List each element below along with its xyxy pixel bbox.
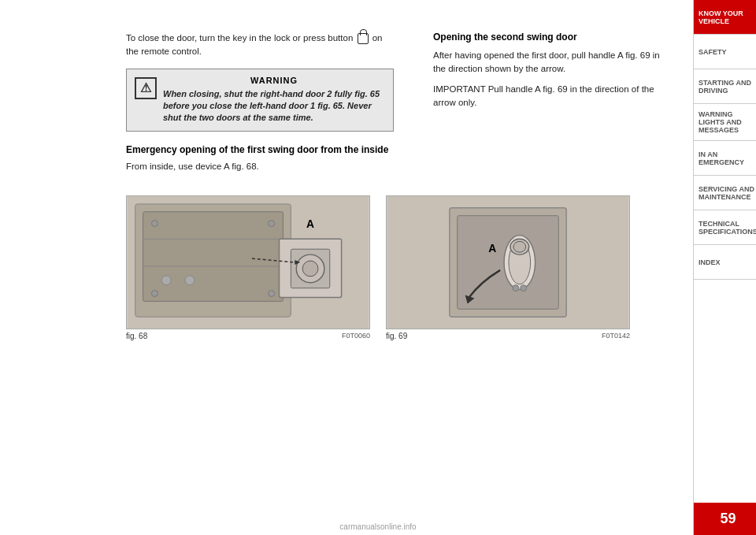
warning-title: WARNING	[163, 76, 385, 85]
svg-point-15	[269, 290, 275, 296]
figure-68-container: A fig. 68 F0T0060	[126, 195, 370, 340]
left-column: To close the door, turn the key in the l…	[126, 32, 394, 180]
svg-rect-2	[143, 212, 284, 302]
figure-69-caption: fig. 69 F0T0142	[386, 332, 630, 340]
svg-point-14	[151, 290, 158, 296]
svg-point-8	[302, 261, 318, 277]
lock-icon	[358, 33, 369, 44]
sidebar-item-index[interactable]: INDEX	[694, 245, 756, 280]
sidebar-item-safety[interactable]: SAFETY	[694, 35, 756, 69]
svg-point-28	[521, 285, 527, 292]
second-door-heading: Opening the second swing door	[433, 32, 669, 43]
watermark: carmanualsonline.info	[339, 522, 416, 531]
second-door-para1: After having opened the first door, pull…	[433, 49, 669, 76]
intro-text: To close the door, turn the key in the l…	[126, 32, 394, 59]
svg-point-17	[185, 276, 195, 285]
sidebar-item-emergency[interactable]: IN AN EMERGENCY	[694, 141, 756, 176]
figure-68-label: fig. 68	[126, 332, 147, 340]
figure-69-container: A fig. 69 F0T0142	[386, 195, 630, 340]
warning-triangle-icon: ⚠	[135, 77, 157, 99]
svg-point-16	[161, 276, 171, 285]
second-door-para2: IMPORTANT Pull handle A fig. 69 in the d…	[433, 83, 669, 110]
sidebar-item-starting-driving[interactable]: STARTING AND DRIVING	[694, 69, 756, 104]
figure-69-image: A	[386, 195, 630, 329]
svg-point-12	[151, 221, 158, 227]
figure-68-caption: fig. 68 F0T0060	[126, 332, 370, 340]
svg-point-24	[513, 241, 526, 252]
page-number: 59	[694, 503, 756, 535]
emergency-heading: Emergency opening of the first swing doo…	[126, 144, 394, 155]
sidebar-item-technical[interactable]: TECHNICAL SPECIFICATIONS	[694, 210, 756, 245]
svg-point-27	[513, 285, 519, 292]
svg-text:A: A	[488, 242, 496, 254]
figure-68-code: F0T0060	[342, 332, 370, 340]
warning-content: WARNING When closing, shut the right-han…	[163, 76, 385, 124]
main-content: To close the door, turn the key in the l…	[0, 0, 693, 535]
right-column: Opening the second swing door After havi…	[433, 32, 669, 180]
figures-row: A fig. 68 F0T0060	[126, 195, 669, 340]
svg-text:A: A	[306, 217, 314, 229]
figure-69-code: F0T0142	[602, 332, 630, 340]
emergency-body: From inside, use device A fig. 68.	[126, 160, 394, 173]
sidebar-item-warning-lights[interactable]: WARNING LIGHTS AND MESSAGES	[694, 104, 756, 141]
svg-point-13	[269, 221, 275, 227]
sidebar-item-know-your-vehicle[interactable]: KNOW YOUR VEHICLE	[694, 0, 756, 35]
warning-box: ⚠ WARNING When closing, shut the right-h…	[126, 69, 394, 132]
sidebar: KNOW YOUR VEHICLE SAFETY STARTING AND DR…	[693, 0, 756, 535]
figure-68-image: A	[126, 195, 370, 329]
warning-text: When closing, shut the right-hand door 2…	[163, 88, 385, 124]
sidebar-item-servicing[interactable]: SERVICING AND MAINTENANCE	[694, 176, 756, 210]
figure-69-label: fig. 69	[386, 332, 407, 340]
